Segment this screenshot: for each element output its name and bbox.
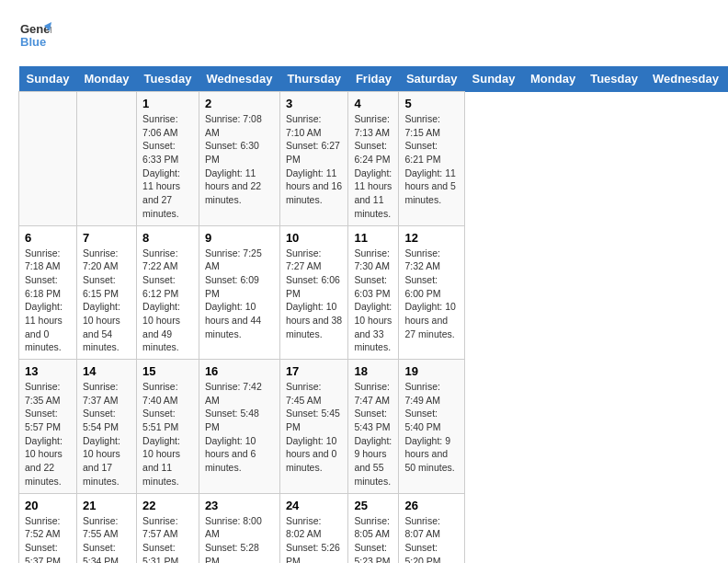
day-info: Sunrise: 7:15 AM Sunset: 6:21 PM Dayligh… [404, 112, 459, 207]
calendar-cell: 10Sunrise: 7:27 AM Sunset: 6:06 PM Dayli… [279, 225, 348, 360]
day-number: 8 [142, 231, 193, 245]
calendar-cell: 5Sunrise: 7:15 AM Sunset: 6:21 PM Daylig… [399, 92, 465, 226]
day-info: Sunrise: 8:00 AM Sunset: 5:28 PM Dayligh… [205, 514, 274, 564]
day-number: 2 [205, 97, 274, 110]
day-number: 17 [286, 364, 343, 378]
day-number: 25 [354, 499, 392, 512]
page-header: General Blue [18, 18, 710, 52]
day-info: Sunrise: 7:18 AM Sunset: 6:18 PM Dayligh… [25, 247, 71, 355]
calendar-cell: 26Sunrise: 8:07 AM Sunset: 5:20 PM Dayli… [399, 493, 465, 563]
calendar-cell [19, 92, 77, 226]
calendar-cell: 9Sunrise: 7:25 AM Sunset: 6:09 PM Daylig… [199, 225, 279, 360]
calendar-header-row: SundayMondayTuesdayWednesdayThursdayFrid… [19, 66, 729, 92]
day-info: Sunrise: 7:30 AM Sunset: 6:03 PM Dayligh… [354, 247, 392, 355]
calendar-cell: 24Sunrise: 8:02 AM Sunset: 5:26 PM Dayli… [279, 493, 348, 563]
day-info: Sunrise: 7:08 AM Sunset: 6:30 PM Dayligh… [205, 112, 274, 207]
day-header-friday: Friday [348, 66, 399, 92]
day-number: 3 [286, 97, 343, 110]
day-number: 19 [404, 364, 459, 378]
calendar-cell: 25Sunrise: 8:05 AM Sunset: 5:23 PM Dayli… [348, 493, 399, 563]
day-number: 16 [205, 364, 274, 378]
calendar-cell: 11Sunrise: 7:30 AM Sunset: 6:03 PM Dayli… [348, 225, 399, 360]
calendar-cell: 14Sunrise: 7:37 AM Sunset: 5:54 PM Dayli… [76, 360, 136, 494]
day-header-monday: Monday [76, 66, 136, 92]
day-info: Sunrise: 7:32 AM Sunset: 6:00 PM Dayligh… [404, 247, 459, 341]
calendar-cell: 12Sunrise: 7:32 AM Sunset: 6:00 PM Dayli… [399, 225, 465, 360]
day-header-saturday: Saturday [399, 66, 465, 92]
day-info: Sunrise: 7:25 AM Sunset: 6:09 PM Dayligh… [205, 247, 274, 341]
day-header-monday: Monday [523, 66, 583, 92]
day-info: Sunrise: 7:42 AM Sunset: 5:48 PM Dayligh… [205, 380, 274, 475]
day-header-sunday: Sunday [19, 66, 77, 92]
day-number: 22 [142, 499, 193, 512]
day-number: 13 [25, 364, 71, 378]
calendar-cell: 7Sunrise: 7:20 AM Sunset: 6:15 PM Daylig… [76, 225, 136, 360]
day-info: Sunrise: 7:20 AM Sunset: 6:15 PM Dayligh… [83, 247, 131, 355]
day-number: 10 [286, 231, 343, 245]
day-header-tuesday: Tuesday [583, 66, 645, 92]
svg-text:Blue: Blue [20, 35, 46, 49]
calendar-cell: 6Sunrise: 7:18 AM Sunset: 6:18 PM Daylig… [19, 225, 77, 360]
day-info: Sunrise: 8:02 AM Sunset: 5:26 PM Dayligh… [286, 514, 343, 564]
day-number: 23 [205, 499, 274, 512]
day-info: Sunrise: 8:07 AM Sunset: 5:20 PM Dayligh… [404, 514, 459, 564]
calendar-cell: 2Sunrise: 7:08 AM Sunset: 6:30 PM Daylig… [199, 92, 279, 226]
day-number: 24 [286, 499, 343, 512]
day-number: 15 [142, 364, 193, 378]
day-info: Sunrise: 7:57 AM Sunset: 5:31 PM Dayligh… [142, 514, 193, 564]
day-number: 5 [404, 97, 459, 110]
day-info: Sunrise: 7:47 AM Sunset: 5:43 PM Dayligh… [354, 380, 392, 488]
day-header-thursday: Thursday [279, 66, 348, 92]
day-number: 7 [83, 231, 131, 245]
calendar-cell: 20Sunrise: 7:52 AM Sunset: 5:37 PM Dayli… [19, 493, 77, 563]
calendar-cell: 18Sunrise: 7:47 AM Sunset: 5:43 PM Dayli… [348, 360, 399, 494]
calendar-cell: 22Sunrise: 7:57 AM Sunset: 5:31 PM Dayli… [137, 493, 199, 563]
day-info: Sunrise: 8:05 AM Sunset: 5:23 PM Dayligh… [354, 514, 392, 564]
day-number: 11 [354, 231, 392, 245]
day-number: 18 [354, 364, 392, 378]
day-number: 4 [354, 97, 392, 110]
calendar-cell: 4Sunrise: 7:13 AM Sunset: 6:24 PM Daylig… [348, 92, 399, 226]
day-number: 14 [83, 364, 131, 378]
calendar-cell: 3Sunrise: 7:10 AM Sunset: 6:27 PM Daylig… [279, 92, 348, 226]
calendar-cell: 15Sunrise: 7:40 AM Sunset: 5:51 PM Dayli… [137, 360, 199, 494]
day-info: Sunrise: 7:35 AM Sunset: 5:57 PM Dayligh… [25, 380, 71, 488]
calendar-week-4: 20Sunrise: 7:52 AM Sunset: 5:37 PM Dayli… [19, 493, 729, 563]
day-header-wednesday: Wednesday [645, 66, 726, 92]
day-info: Sunrise: 7:27 AM Sunset: 6:06 PM Dayligh… [286, 247, 343, 341]
calendar-cell: 21Sunrise: 7:55 AM Sunset: 5:34 PM Dayli… [76, 493, 136, 563]
calendar-week-2: 6Sunrise: 7:18 AM Sunset: 6:18 PM Daylig… [19, 225, 729, 360]
logo: General Blue [18, 18, 55, 52]
day-header-tuesday: Tuesday [137, 66, 199, 92]
day-info: Sunrise: 7:22 AM Sunset: 6:12 PM Dayligh… [142, 247, 193, 355]
logo-icon: General Blue [18, 18, 51, 52]
day-number: 9 [205, 231, 274, 245]
calendar-cell: 23Sunrise: 8:00 AM Sunset: 5:28 PM Dayli… [199, 493, 279, 563]
day-info: Sunrise: 7:06 AM Sunset: 6:33 PM Dayligh… [142, 112, 193, 221]
calendar-cell: 1Sunrise: 7:06 AM Sunset: 6:33 PM Daylig… [137, 92, 199, 226]
day-number: 1 [142, 97, 193, 110]
calendar-week-1: 1Sunrise: 7:06 AM Sunset: 6:33 PM Daylig… [19, 92, 729, 226]
svg-text:General: General [20, 22, 51, 36]
day-info: Sunrise: 7:40 AM Sunset: 5:51 PM Dayligh… [142, 380, 193, 488]
day-number: 20 [25, 499, 71, 512]
day-info: Sunrise: 7:55 AM Sunset: 5:34 PM Dayligh… [83, 514, 131, 564]
day-info: Sunrise: 7:13 AM Sunset: 6:24 PM Dayligh… [354, 112, 392, 221]
calendar-cell: 17Sunrise: 7:45 AM Sunset: 5:45 PM Dayli… [279, 360, 348, 494]
day-info: Sunrise: 7:45 AM Sunset: 5:45 PM Dayligh… [286, 380, 343, 475]
day-info: Sunrise: 7:37 AM Sunset: 5:54 PM Dayligh… [83, 380, 131, 488]
day-number: 26 [404, 499, 459, 512]
day-info: Sunrise: 7:52 AM Sunset: 5:37 PM Dayligh… [25, 514, 71, 564]
day-number: 12 [404, 231, 459, 245]
day-info: Sunrise: 7:10 AM Sunset: 6:27 PM Dayligh… [286, 112, 343, 207]
calendar-week-3: 13Sunrise: 7:35 AM Sunset: 5:57 PM Dayli… [19, 360, 729, 494]
day-number: 21 [83, 499, 131, 512]
day-header-sunday: Sunday [465, 66, 523, 92]
calendar-cell: 16Sunrise: 7:42 AM Sunset: 5:48 PM Dayli… [199, 360, 279, 494]
day-number: 6 [25, 231, 71, 245]
calendar-cell [76, 92, 136, 226]
calendar-table: SundayMondayTuesdayWednesdayThursdayFrid… [18, 66, 728, 563]
calendar-cell: 19Sunrise: 7:49 AM Sunset: 5:40 PM Dayli… [399, 360, 465, 494]
day-info: Sunrise: 7:49 AM Sunset: 5:40 PM Dayligh… [404, 380, 459, 475]
day-header-wednesday: Wednesday [199, 66, 279, 92]
